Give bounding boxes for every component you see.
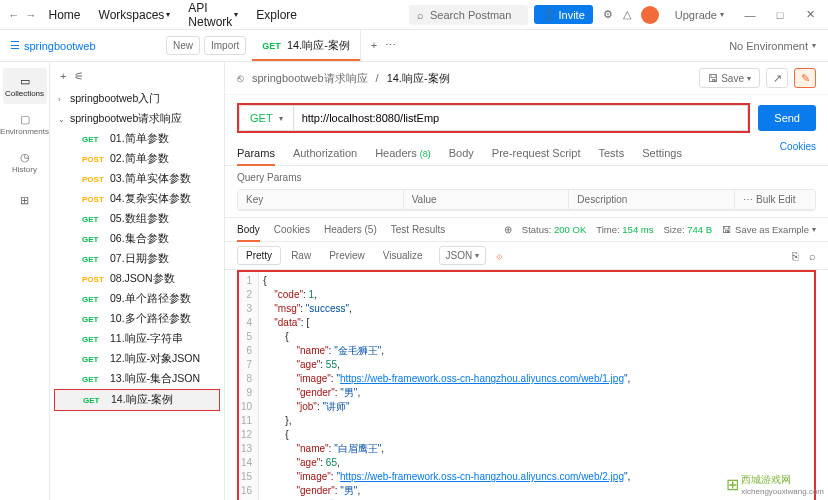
- invite-icon: 👤: [542, 8, 556, 21]
- environments-icon: ▢: [20, 113, 30, 126]
- tab-tests[interactable]: Tests: [599, 141, 625, 165]
- view-raw[interactable]: Raw: [283, 247, 319, 264]
- tree-request-item[interactable]: GET07.日期参数: [54, 249, 220, 269]
- send-button[interactable]: Send: [758, 105, 816, 131]
- format-select[interactable]: JSON▾: [439, 246, 487, 265]
- save-icon: 🖫: [722, 224, 732, 235]
- tab-headers[interactable]: Headers (8): [375, 141, 431, 165]
- tree-request-item[interactable]: POST04.复杂实体参数: [54, 189, 220, 209]
- query-params-label: Query Params: [225, 166, 828, 189]
- search-response-icon[interactable]: ⌕: [809, 250, 816, 262]
- upgrade-button[interactable]: Upgrade▾: [669, 7, 730, 23]
- tree-request-item[interactable]: POST02.简单参数: [54, 149, 220, 169]
- back-icon[interactable]: ←: [8, 6, 19, 24]
- tree-request-item[interactable]: GET12.响应-对象JSON: [54, 349, 220, 369]
- tree-request-item[interactable]: GET10.多个路径参数: [54, 309, 220, 329]
- more-icon: ⊞: [20, 194, 29, 207]
- tab-params[interactable]: Params: [237, 141, 275, 165]
- response-body[interactable]: 1234567891011121314151617181920212223242…: [237, 270, 816, 500]
- tree-folder-1[interactable]: ›springbootweb入门: [54, 89, 220, 109]
- import-button[interactable]: Import: [204, 36, 246, 55]
- tab-prescript[interactable]: Pre-request Script: [492, 141, 581, 165]
- cookies-link[interactable]: Cookies: [780, 141, 816, 165]
- environment-dropdown[interactable]: No Environment ▾: [717, 40, 828, 52]
- breadcrumb-parent[interactable]: springbootweb请求响应: [252, 71, 368, 86]
- url-input[interactable]: [293, 105, 749, 131]
- search-icon: ⌕: [417, 9, 424, 21]
- tree-folder-2[interactable]: ⌄springbootweb请求响应: [54, 109, 220, 129]
- notifications-icon[interactable]: △: [623, 8, 631, 21]
- tree-request-item[interactable]: POST08.JSON参数: [54, 269, 220, 289]
- method-select[interactable]: GET▾: [239, 105, 293, 131]
- filter-icon[interactable]: ⚟: [74, 70, 84, 83]
- add-icon[interactable]: +: [60, 70, 66, 83]
- close-icon[interactable]: ✕: [800, 8, 820, 21]
- content-area: ⎋ springbootweb请求响应 / 14.响应-案例 🖫Save▾ ↗ …: [225, 62, 828, 500]
- nav-workspaces[interactable]: Workspaces▾: [93, 8, 177, 22]
- tree-request-item[interactable]: GET01.简单参数: [54, 129, 220, 149]
- rail-more[interactable]: ⊞: [3, 182, 47, 218]
- new-button[interactable]: New: [166, 36, 200, 55]
- request-tab-active[interactable]: GET 14.响应-案例: [252, 30, 360, 61]
- save-button[interactable]: 🖫Save▾: [699, 68, 760, 88]
- breadcrumb-current: 14.响应-案例: [387, 71, 450, 86]
- tab-settings[interactable]: Settings: [642, 141, 682, 165]
- workspace-dropdown[interactable]: ☰ springbootweb: [0, 39, 160, 52]
- rail-environments[interactable]: ▢Environments: [3, 106, 47, 142]
- tree-request-item[interactable]: GET14.响应-案例: [54, 389, 220, 411]
- rail-collections[interactable]: ▭Collections: [3, 68, 47, 104]
- comment-button[interactable]: ✎: [794, 68, 816, 88]
- qp-col-value: Value: [404, 190, 570, 209]
- left-rail: ▭Collections ▢Environments ◷History ⊞: [0, 62, 50, 500]
- view-visualize[interactable]: Visualize: [375, 247, 431, 264]
- resp-tab-tests[interactable]: Test Results: [391, 222, 445, 237]
- tree-request-item[interactable]: GET11.响应-字符串: [54, 329, 220, 349]
- tree-request-item[interactable]: GET06.集合参数: [54, 229, 220, 249]
- view-pretty[interactable]: Pretty: [237, 246, 281, 265]
- avatar[interactable]: [641, 6, 659, 24]
- tree-request-item[interactable]: GET05.数组参数: [54, 209, 220, 229]
- query-params-table: Key Value Description ⋯ Bulk Edit: [237, 189, 816, 211]
- tree-request-item[interactable]: POST03.简单实体参数: [54, 169, 220, 189]
- rail-history[interactable]: ◷History: [3, 144, 47, 180]
- tree-request-item[interactable]: GET13.响应-集合JSON: [54, 369, 220, 389]
- qp-col-desc: Description: [569, 190, 735, 209]
- http-icon: ⎋: [237, 72, 244, 84]
- more-cols-icon[interactable]: ⋯: [743, 194, 753, 205]
- forward-icon[interactable]: →: [25, 6, 36, 24]
- workspace-icon: ☰: [10, 39, 20, 52]
- tab-bar: ☰ springbootweb New Import GET 14.响应-案例 …: [0, 30, 828, 62]
- tab-menu-icon[interactable]: ⋯: [385, 39, 396, 52]
- top-toolbar: ← → Home Workspaces▾ API Network▾ Explor…: [0, 0, 828, 30]
- copy-icon[interactable]: ⎘: [792, 250, 799, 262]
- new-tab-icon[interactable]: +: [371, 39, 377, 52]
- sidebar: + ⚟ ›springbootweb入门 ⌄springbootweb请求响应 …: [50, 62, 225, 500]
- watermark: ⊞ 西城游戏网xichengyouxiwang.com: [726, 473, 824, 496]
- nav-api-network[interactable]: API Network▾: [182, 1, 244, 29]
- nav-home[interactable]: Home: [43, 8, 87, 22]
- tree-request-item[interactable]: GET09.单个路径参数: [54, 289, 220, 309]
- resp-tab-headers[interactable]: Headers (5): [324, 222, 377, 237]
- save-icon: 🖫: [708, 73, 718, 84]
- qp-col-key: Key: [238, 190, 404, 209]
- tab-body[interactable]: Body: [449, 141, 474, 165]
- invite-button[interactable]: 👤Invite: [534, 5, 593, 24]
- bulk-edit-link[interactable]: Bulk Edit: [756, 194, 795, 205]
- minimize-icon[interactable]: —: [740, 9, 760, 21]
- view-preview[interactable]: Preview: [321, 247, 373, 264]
- resp-tab-cookies[interactable]: Cookies: [274, 222, 310, 237]
- wrap-icon[interactable]: ⟐: [496, 250, 503, 262]
- save-as-example-button[interactable]: 🖫Save as Example▾: [722, 224, 816, 235]
- search-input[interactable]: ⌕ Search Postman: [409, 5, 527, 25]
- network-icon[interactable]: ⊕: [504, 224, 512, 235]
- settings-icon[interactable]: ⚙: [603, 8, 613, 21]
- maximize-icon[interactable]: □: [770, 9, 790, 21]
- collections-icon: ▭: [20, 75, 30, 88]
- history-icon: ◷: [20, 151, 30, 164]
- share-button[interactable]: ↗: [766, 68, 788, 88]
- resp-tab-body[interactable]: Body: [237, 222, 260, 237]
- tab-authorization[interactable]: Authorization: [293, 141, 357, 165]
- nav-explore[interactable]: Explore: [250, 8, 303, 22]
